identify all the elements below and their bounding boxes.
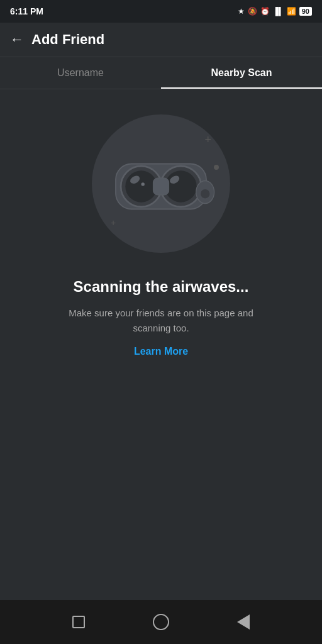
signal-icon: ▐▌ <box>273 7 284 16</box>
svg-point-2 <box>125 170 157 202</box>
svg-point-9 <box>201 189 209 198</box>
svg-rect-7 <box>153 178 169 195</box>
status-bar: 6:11 PM ★ 🔕 ⏰ ▐▌ 📶 90 <box>0 0 322 23</box>
nav-triangle-icon <box>237 614 250 630</box>
nav-square-icon <box>72 616 85 628</box>
tab-nearbyscan[interactable]: Nearby Scan <box>161 57 322 89</box>
bluetooth-icon: ★ <box>238 7 245 16</box>
binoculars-icon <box>104 146 218 221</box>
nav-home-button[interactable] <box>152 613 170 631</box>
header: ← Add Friend <box>0 23 322 57</box>
main-content: Scanning the airwaves... Make sure your … <box>0 89 322 600</box>
nav-circle-icon <box>153 614 169 630</box>
tab-username[interactable]: Username <box>0 57 161 89</box>
svg-point-10 <box>142 182 145 186</box>
status-icons: ★ 🔕 ⏰ ▐▌ 📶 90 <box>238 7 312 16</box>
dot-decoration <box>214 165 219 170</box>
back-button[interactable]: ← <box>10 33 24 47</box>
scan-description: Make sure your friends are on this page … <box>54 306 268 336</box>
battery-level: 90 <box>299 7 312 16</box>
bottom-navigation <box>0 600 322 644</box>
alarm-icon: 🔕 <box>248 7 257 16</box>
svg-point-5 <box>165 170 196 202</box>
nav-recents-button[interactable] <box>69 613 88 631</box>
page-title: Add Friend <box>31 31 104 48</box>
learn-more-link[interactable]: Learn More <box>134 346 188 357</box>
tab-bar: Username Nearby Scan <box>0 57 322 89</box>
scanner-illustration <box>92 114 230 253</box>
status-time: 6:11 PM <box>10 6 43 16</box>
nav-back-button[interactable] <box>234 613 253 631</box>
clock-icon: ⏰ <box>260 7 270 16</box>
wifi-icon: 📶 <box>287 7 296 16</box>
scan-title: Scanning the airwaves... <box>74 278 249 296</box>
